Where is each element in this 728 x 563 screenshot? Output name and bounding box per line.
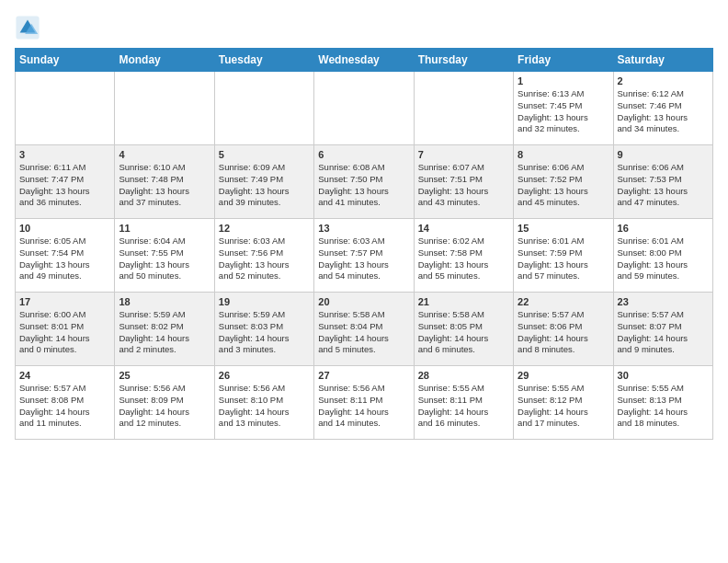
day-info: Sunrise: 5:55 AM Sunset: 8:11 PM Dayligh…	[418, 383, 509, 430]
day-info: Sunrise: 5:58 AM Sunset: 8:05 PM Dayligh…	[418, 309, 509, 356]
day-number: 30	[618, 370, 709, 381]
day-number: 21	[418, 296, 509, 307]
day-number: 29	[518, 370, 609, 381]
day-info: Sunrise: 6:01 AM Sunset: 7:59 PM Dayligh…	[518, 236, 609, 282]
calendar-cell: 22Sunrise: 5:57 AM Sunset: 8:06 PM Dayli…	[514, 293, 613, 366]
day-info: Sunrise: 6:08 AM Sunset: 7:50 PM Dayligh…	[318, 162, 409, 209]
day-number: 22	[518, 296, 609, 307]
day-info: Sunrise: 6:03 AM Sunset: 7:57 PM Dayligh…	[318, 236, 409, 282]
day-number: 13	[318, 223, 409, 234]
calendar-cell: 7Sunrise: 6:07 AM Sunset: 7:51 PM Daylig…	[414, 145, 513, 219]
calendar-cell	[414, 72, 513, 145]
day-number: 24	[19, 370, 110, 381]
calendar-cell: 19Sunrise: 5:59 AM Sunset: 8:03 PM Dayli…	[214, 293, 313, 366]
calendar-cell: 18Sunrise: 5:59 AM Sunset: 8:02 PM Dayli…	[115, 293, 214, 366]
calendar-cell: 6Sunrise: 6:08 AM Sunset: 7:50 PM Daylig…	[314, 145, 414, 219]
calendar-table: SundayMondayTuesdayWednesdayThursdayFrid…	[15, 48, 713, 440]
calendar-cell: 1Sunrise: 6:13 AM Sunset: 7:45 PM Daylig…	[514, 72, 613, 145]
calendar-cell: 25Sunrise: 5:56 AM Sunset: 8:09 PM Dayli…	[115, 366, 214, 440]
calendar-cell	[314, 72, 414, 145]
day-info: Sunrise: 6:12 AM Sunset: 7:46 PM Dayligh…	[618, 88, 709, 135]
calendar-cell: 14Sunrise: 6:02 AM Sunset: 7:58 PM Dayli…	[414, 219, 513, 293]
logo	[15, 15, 44, 40]
page-header	[15, 15, 713, 40]
day-number: 5	[219, 149, 310, 160]
day-number: 20	[318, 296, 409, 307]
calendar-cell: 4Sunrise: 6:10 AM Sunset: 7:48 PM Daylig…	[115, 145, 214, 219]
calendar-cell: 15Sunrise: 6:01 AM Sunset: 7:59 PM Dayli…	[514, 219, 613, 293]
calendar-week-row: 1Sunrise: 6:13 AM Sunset: 7:45 PM Daylig…	[16, 72, 713, 145]
calendar-week-row: 3Sunrise: 6:11 AM Sunset: 7:47 PM Daylig…	[16, 145, 713, 219]
day-number: 2	[618, 75, 709, 86]
calendar-cell: 24Sunrise: 5:57 AM Sunset: 8:08 PM Dayli…	[16, 366, 115, 440]
calendar-week-row: 10Sunrise: 6:05 AM Sunset: 7:54 PM Dayli…	[16, 219, 713, 293]
calendar-header-row: SundayMondayTuesdayWednesdayThursdayFrid…	[16, 49, 713, 72]
day-number: 9	[618, 149, 709, 160]
day-number: 28	[418, 370, 509, 381]
calendar-cell: 29Sunrise: 5:55 AM Sunset: 8:12 PM Dayli…	[514, 366, 613, 440]
day-number: 15	[518, 223, 609, 234]
day-number: 12	[219, 223, 310, 234]
calendar-cell: 28Sunrise: 5:55 AM Sunset: 8:11 PM Dayli…	[414, 366, 513, 440]
day-info: Sunrise: 6:07 AM Sunset: 7:51 PM Dayligh…	[418, 162, 509, 209]
day-info: Sunrise: 5:55 AM Sunset: 8:12 PM Dayligh…	[518, 383, 609, 430]
day-info: Sunrise: 5:56 AM Sunset: 8:11 PM Dayligh…	[318, 383, 409, 430]
calendar-cell: 21Sunrise: 5:58 AM Sunset: 8:05 PM Dayli…	[414, 293, 513, 366]
calendar-col-header: Saturday	[613, 49, 712, 72]
day-info: Sunrise: 6:05 AM Sunset: 7:54 PM Dayligh…	[19, 236, 110, 282]
calendar-col-header: Wednesday	[314, 49, 414, 72]
calendar-col-header: Thursday	[414, 49, 513, 72]
day-number: 11	[119, 223, 210, 234]
day-info: Sunrise: 6:10 AM Sunset: 7:48 PM Dayligh…	[119, 162, 210, 209]
calendar-cell: 27Sunrise: 5:56 AM Sunset: 8:11 PM Dayli…	[314, 366, 414, 440]
day-info: Sunrise: 6:03 AM Sunset: 7:56 PM Dayligh…	[219, 236, 310, 282]
day-number: 26	[219, 370, 310, 381]
day-info: Sunrise: 5:57 AM Sunset: 8:06 PM Dayligh…	[518, 309, 609, 356]
day-info: Sunrise: 5:56 AM Sunset: 8:09 PM Dayligh…	[119, 383, 210, 430]
calendar-cell	[16, 72, 115, 145]
calendar-cell: 17Sunrise: 6:00 AM Sunset: 8:01 PM Dayli…	[16, 293, 115, 366]
calendar-col-header: Sunday	[16, 49, 115, 72]
day-info: Sunrise: 6:00 AM Sunset: 8:01 PM Dayligh…	[19, 309, 110, 356]
day-info: Sunrise: 5:55 AM Sunset: 8:13 PM Dayligh…	[618, 383, 709, 430]
calendar-col-header: Friday	[514, 49, 613, 72]
day-info: Sunrise: 6:09 AM Sunset: 7:49 PM Dayligh…	[219, 162, 310, 209]
day-number: 25	[119, 370, 210, 381]
day-number: 27	[318, 370, 409, 381]
day-number: 16	[618, 223, 709, 234]
calendar-col-header: Tuesday	[214, 49, 313, 72]
day-info: Sunrise: 5:57 AM Sunset: 8:07 PM Dayligh…	[618, 309, 709, 356]
day-number: 8	[518, 149, 609, 160]
day-info: Sunrise: 6:02 AM Sunset: 7:58 PM Dayligh…	[418, 236, 509, 282]
day-info: Sunrise: 6:06 AM Sunset: 7:53 PM Dayligh…	[618, 162, 709, 209]
calendar-cell	[115, 72, 214, 145]
day-number: 23	[618, 296, 709, 307]
day-number: 17	[19, 296, 110, 307]
calendar-cell: 12Sunrise: 6:03 AM Sunset: 7:56 PM Dayli…	[214, 219, 313, 293]
calendar-cell: 23Sunrise: 5:57 AM Sunset: 8:07 PM Dayli…	[613, 293, 712, 366]
calendar-cell: 30Sunrise: 5:55 AM Sunset: 8:13 PM Dayli…	[613, 366, 712, 440]
calendar-cell: 2Sunrise: 6:12 AM Sunset: 7:46 PM Daylig…	[613, 72, 712, 145]
day-number: 19	[219, 296, 310, 307]
calendar-cell: 20Sunrise: 5:58 AM Sunset: 8:04 PM Dayli…	[314, 293, 414, 366]
day-info: Sunrise: 6:01 AM Sunset: 8:00 PM Dayligh…	[618, 236, 709, 282]
calendar-cell: 13Sunrise: 6:03 AM Sunset: 7:57 PM Dayli…	[314, 219, 414, 293]
day-info: Sunrise: 6:13 AM Sunset: 7:45 PM Dayligh…	[518, 88, 609, 135]
day-info: Sunrise: 5:56 AM Sunset: 8:10 PM Dayligh…	[219, 383, 310, 430]
day-number: 3	[19, 149, 110, 160]
day-info: Sunrise: 5:59 AM Sunset: 8:03 PM Dayligh…	[219, 309, 310, 356]
day-number: 14	[418, 223, 509, 234]
day-number: 7	[418, 149, 509, 160]
day-info: Sunrise: 5:59 AM Sunset: 8:02 PM Dayligh…	[119, 309, 210, 356]
logo-icon	[15, 15, 40, 40]
calendar-cell: 9Sunrise: 6:06 AM Sunset: 7:53 PM Daylig…	[613, 145, 712, 219]
calendar-week-row: 24Sunrise: 5:57 AM Sunset: 8:08 PM Dayli…	[16, 366, 713, 440]
day-info: Sunrise: 6:11 AM Sunset: 7:47 PM Dayligh…	[19, 162, 110, 209]
calendar-cell: 10Sunrise: 6:05 AM Sunset: 7:54 PM Dayli…	[16, 219, 115, 293]
day-info: Sunrise: 5:57 AM Sunset: 8:08 PM Dayligh…	[19, 383, 110, 430]
day-info: Sunrise: 6:04 AM Sunset: 7:55 PM Dayligh…	[119, 236, 210, 282]
day-number: 10	[19, 223, 110, 234]
calendar-cell	[214, 72, 313, 145]
calendar-col-header: Monday	[115, 49, 214, 72]
calendar-cell: 8Sunrise: 6:06 AM Sunset: 7:52 PM Daylig…	[514, 145, 613, 219]
